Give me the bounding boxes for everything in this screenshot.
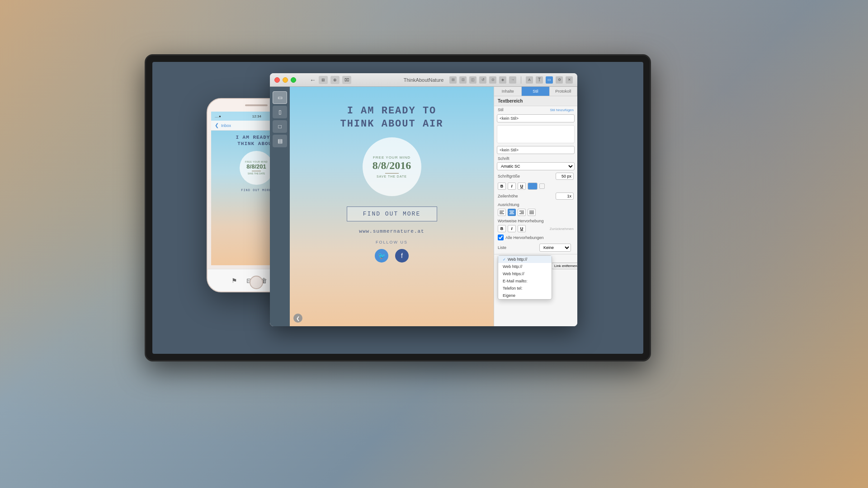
left-sidebar: ▭ ▯ □ ▤: [270, 87, 290, 326]
dropdown-item-web-http-selected[interactable]: ✓ Web http://: [498, 256, 552, 263]
tool-icon-6[interactable]: ◈: [499, 76, 506, 84]
section-title-textbereich: Textbereich: [494, 96, 577, 106]
email-headline-line1: I AM READY TO: [347, 105, 437, 117]
window-title: ThinkAboutNature: [404, 77, 444, 83]
tool-icon-3[interactable]: ◫: [469, 76, 476, 84]
liste-select[interactable]: Keine: [539, 244, 571, 252]
link-remove-button[interactable]: Link entfernen: [552, 263, 577, 269]
wortweise-underline-button[interactable]: U: [518, 225, 526, 232]
sidebar-mobile-icon[interactable]: □: [273, 120, 287, 133]
stil-label: Stil: [498, 108, 548, 112]
tool-settings-icon[interactable]: ⚙: [556, 76, 563, 84]
dropdown-item-web-http[interactable]: Web http://: [498, 263, 552, 270]
email-headline: I AM READY TO THINK ABOUT AIR: [340, 105, 443, 131]
underline-button[interactable]: U: [518, 183, 526, 190]
save-the-date-text: SAVE THE DATE: [377, 175, 407, 178]
website-url-text: www.summernature.at: [359, 229, 424, 234]
tool-icon-1[interactable]: ⊟: [449, 76, 457, 84]
tool-icon-7[interactable]: →: [509, 76, 516, 84]
align-center-button[interactable]: [508, 209, 516, 216]
liste-label: Liste: [498, 245, 535, 250]
align-row: [494, 207, 577, 217]
maximize-button[interactable]: [291, 77, 296, 83]
alle-hervorhebungen-label: Alle Hervorhebungen: [505, 235, 544, 240]
iphone-speaker: [245, 104, 268, 106]
find-out-more-button[interactable]: Find OUT more: [347, 206, 437, 221]
tab-inhalte[interactable]: Inhalte: [494, 87, 522, 96]
iphone-home-button[interactable]: [250, 276, 263, 289]
wortweise-italic-button[interactable]: I: [508, 225, 516, 232]
zuruecknehmen-button[interactable]: Zurücknehmen: [550, 227, 574, 231]
window-body: ▭ ▯ □ ▤ I AM READY TO THINK ABOUT AIR Fr…: [270, 87, 577, 326]
color-picker-button[interactable]: [539, 183, 545, 189]
tool-font-icon[interactable]: A: [526, 76, 533, 84]
sidebar-desktop-icon[interactable]: ▭: [273, 91, 287, 104]
alle-hervorhebungen-row: Alle Hervorhebungen: [494, 234, 577, 241]
font-size-input[interactable]: [556, 173, 574, 180]
tool-icon-5[interactable]: ⊙: [489, 76, 496, 84]
dropdown-item-custom[interactable]: Eigene: [498, 292, 552, 299]
dropdown-item-label-1: Web http://: [503, 264, 522, 269]
twitter-icon[interactable]: 🐦: [375, 249, 388, 263]
tool-icon-4[interactable]: ↺: [479, 76, 486, 84]
dropdown-item-label-2: Web https://: [503, 272, 524, 276]
close-button[interactable]: [274, 77, 280, 83]
style-preview-area: [497, 125, 575, 143]
add-stil-button[interactable]: Stil hinzufügen: [550, 108, 574, 112]
align-left-button[interactable]: [498, 209, 506, 216]
email-preview: I AM READY TO THINK ABOUT AIR Free your …: [290, 87, 494, 326]
dropdown-item-email[interactable]: E-Mail mailto:: [498, 277, 552, 285]
tool-close-icon[interactable]: ✕: [566, 76, 573, 84]
tool-icon-2[interactable]: ⊡: [459, 76, 467, 84]
email-circle-badge: Free your Mind 8/8/2016 SAVE THE DATE: [363, 137, 421, 196]
iphone-divider: [252, 171, 261, 171]
screen-inner: ....● 12:34 ▮▮▮ ❮ Inbox I AM READY T THI…: [152, 62, 643, 354]
font-select[interactable]: Amatic SC: [497, 162, 575, 170]
iphone-save-the-date: SAVE THE DATE: [248, 172, 265, 175]
link-type-dropdown[interactable]: ✓ Web http:// Web http:// Web https://: [498, 255, 552, 300]
align-right-button[interactable]: [518, 209, 526, 216]
color-swatch[interactable]: [528, 183, 538, 190]
tab-protokoll[interactable]: Protokoll: [550, 87, 577, 96]
iphone-inbox-label[interactable]: Inbox: [221, 123, 231, 128]
bold-button[interactable]: B: [498, 183, 506, 190]
dropdown-item-label-0: Web http://: [508, 257, 527, 262]
align-justify-button[interactable]: [528, 209, 536, 216]
schrift-label: Schrift: [494, 155, 577, 161]
follow-us-label: FOLLOW US: [376, 240, 408, 244]
link-section: Link Link entfernen ✓ Web http://: [494, 254, 577, 271]
back-arrow-icon[interactable]: ←: [310, 76, 316, 84]
wortweise-bold-button[interactable]: B: [498, 225, 506, 232]
font-size-row: Schriftgröße: [494, 171, 577, 181]
liste-row: Liste Keine: [494, 241, 577, 254]
sidebar-template-icon[interactable]: ▤: [273, 135, 287, 147]
iphone-flag-icon[interactable]: ⚑: [231, 277, 237, 284]
minimize-button[interactable]: [283, 77, 288, 83]
mac-window: ← ⊞ ⊕ ⌧ ThinkAboutNature ⊟ ⊡ ◫ ↺ ⊙ ◈ →: [270, 73, 577, 326]
laptop-screen: ....● 12:34 ▮▮▮ ❮ Inbox I AM READY T THI…: [145, 54, 651, 361]
alle-hervorhebungen-checkbox[interactable]: [498, 235, 504, 240]
title-bar-right-tools: ⊟ ⊡ ◫ ↺ ⊙ ◈ → A T ▭ ⚙ ✕: [449, 76, 573, 84]
iphone-date: 8/8/201: [246, 163, 266, 170]
sidebar-tablet-icon[interactable]: ▯: [273, 106, 287, 118]
italic-button[interactable]: I: [508, 183, 516, 190]
iphone-back-arrow[interactable]: ❮: [215, 122, 219, 128]
check-icon: ✓: [503, 258, 506, 262]
email-back-button[interactable]: ❮: [293, 314, 302, 323]
p-style-input[interactable]: [497, 146, 575, 154]
toolbar-icon-3[interactable]: ⌧: [342, 76, 351, 84]
tab-stil[interactable]: Stil: [522, 87, 549, 96]
style-dropdown-input[interactable]: [497, 114, 575, 122]
line-height-label: Zeilenhöhe: [498, 194, 554, 198]
dropdown-item-web-https[interactable]: Web https://: [498, 270, 552, 277]
facebook-icon[interactable]: f: [395, 249, 409, 263]
social-icons: 🐦 f: [375, 249, 409, 263]
right-panel: Inhalte Stil Protokoll Textbereich Stil …: [494, 87, 577, 326]
toolbar-icon-1[interactable]: ⊞: [319, 76, 328, 84]
tool-layout-icon[interactable]: ▭: [546, 76, 553, 84]
toolbar-icon-2[interactable]: ⊕: [330, 76, 340, 84]
free-your-mind-text: Free your Mind: [373, 155, 410, 160]
line-height-input[interactable]: [556, 192, 574, 200]
tool-text-icon[interactable]: T: [536, 76, 543, 84]
dropdown-item-tel[interactable]: Telefon tel:: [498, 285, 552, 292]
